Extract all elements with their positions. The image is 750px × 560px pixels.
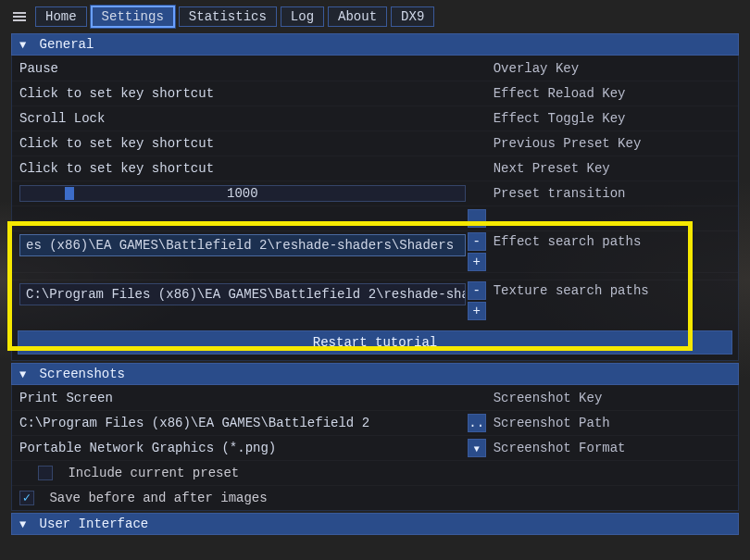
save-before-after-checkbox[interactable]: ✓ [19, 491, 34, 505]
slider-value: 1000 [20, 186, 465, 201]
slider-thumb[interactable] [65, 187, 74, 200]
tab-log[interactable]: Log [281, 6, 324, 27]
tab-dx9[interactable]: DX9 [391, 6, 434, 27]
collapse-icon: ▼ [19, 368, 26, 381]
overlay-key-label: Overlay Key [488, 58, 732, 79]
overlay-key-input[interactable]: Pause [19, 61, 58, 76]
square-button[interactable] [468, 209, 486, 228]
section-title: User Interface [40, 516, 149, 531]
tab-settings[interactable]: Settings [91, 6, 175, 28]
texture-path-remove-button[interactable] [468, 281, 486, 300]
effect-reload-key-label: Effect Reload Key [488, 83, 732, 104]
section-title: Screenshots [40, 367, 125, 381]
next-preset-key-input[interactable]: Click to set key shortcut [19, 161, 214, 176]
previous-preset-key-input[interactable]: Click to set key shortcut [19, 136, 214, 151]
restart-tutorial-button[interactable]: Restart tutorial [18, 330, 732, 355]
screenshot-format-label: Screenshot Format [488, 438, 732, 458]
menu-icon[interactable] [13, 10, 26, 23]
previous-preset-key-label: Previous Preset Key [488, 133, 732, 154]
collapse-icon: ▼ [19, 39, 26, 52]
screenshot-format-dropdown-button[interactable] [468, 439, 486, 457]
section-user-interface-header[interactable]: ▼ User Interface [11, 513, 739, 535]
screenshot-key-label: Screenshot Key [488, 388, 732, 408]
screenshot-format-select[interactable]: Portable Network Graphics (*.png) [19, 441, 276, 455]
screenshot-path-input[interactable]: C:\Program Files (x86)\EA GAMES\Battlefi… [19, 416, 369, 430]
texture-path-add-button[interactable] [468, 302, 486, 320]
collapse-icon: ▼ [19, 518, 26, 531]
texture-search-path-label: Texture search paths [488, 280, 732, 301]
tab-statistics[interactable]: Statistics [179, 6, 277, 27]
effect-path-remove-button[interactable] [468, 232, 486, 251]
tab-home[interactable]: Home [35, 6, 87, 27]
effect-search-path-input[interactable]: es (x86)\EA GAMES\Battlefield 2\reshade-… [19, 234, 466, 256]
next-preset-key-label: Next Preset Key [488, 158, 732, 179]
screenshot-path-label: Screenshot Path [488, 413, 732, 433]
section-screenshots-header[interactable]: ▼ Screenshots [11, 363, 739, 385]
preset-transition-label: Preset transition [488, 183, 732, 204]
texture-search-path-input[interactable]: C:\Program Files (x86)\EA GAMES\Battlefi… [19, 283, 466, 305]
effect-search-path-label: Effect search paths [488, 231, 732, 252]
preset-transition-slider[interactable]: 1000 [19, 185, 466, 202]
tab-bar: Home Settings Statistics Log About DX9 [0, 6, 750, 33]
effect-toggle-key-input[interactable]: Scroll Lock [19, 111, 105, 126]
save-before-after-label: Save before and after images [49, 491, 267, 505]
include-preset-label: Include current preset [68, 466, 239, 480]
screenshot-path-browse-button[interactable] [468, 414, 486, 432]
section-general-header[interactable]: ▼ General [11, 33, 739, 56]
effect-reload-key-input[interactable]: Click to set key shortcut [19, 86, 214, 101]
screenshot-key-input[interactable]: Print Screen [19, 391, 113, 405]
effect-path-add-button[interactable] [468, 253, 486, 271]
section-title: General [40, 37, 94, 52]
tab-about[interactable]: About [328, 6, 387, 27]
include-preset-checkbox[interactable] [38, 466, 53, 480]
effect-toggle-key-label: Effect Toggle Key [488, 108, 732, 129]
